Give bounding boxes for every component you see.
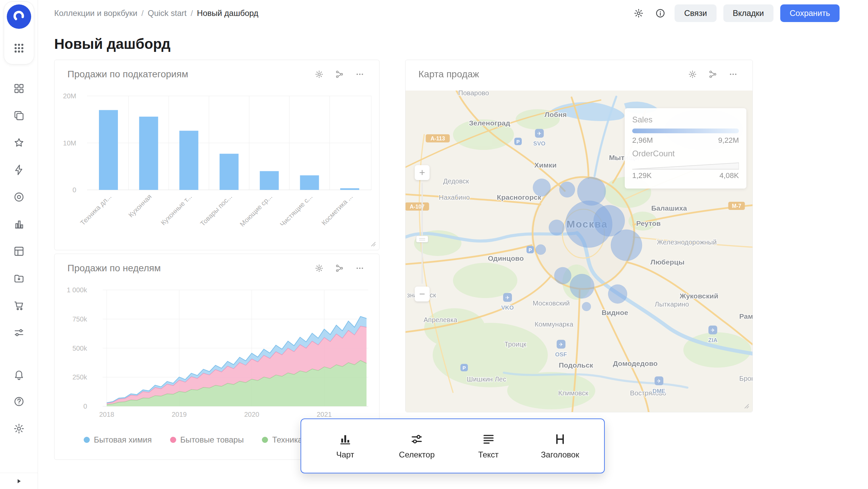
- heading-icon: [553, 432, 567, 446]
- widget-more-button[interactable]: [354, 69, 366, 80]
- sidebar-item-help[interactable]: [0, 388, 38, 415]
- breadcrumb-current: Новый дашборд: [197, 8, 258, 18]
- sidebar-item-settings[interactable]: [0, 415, 38, 442]
- svg-text:Шишкин Лес: Шишкин Лес: [467, 375, 506, 383]
- apps-grid-icon[interactable]: [13, 42, 25, 55]
- svg-text:DME: DME: [653, 388, 665, 394]
- breadcrumb-workbook[interactable]: Quick start: [148, 8, 187, 18]
- svg-text:Видное: Видное: [602, 309, 628, 316]
- sidebar-item-reports[interactable]: [0, 265, 38, 292]
- svg-text:Климовск: Климовск: [558, 389, 588, 397]
- zoom-in-button[interactable]: +: [415, 165, 430, 180]
- chart-legend: Бытовая химия Бытовые товары Техника: [84, 435, 303, 445]
- sidebar-item-marketplace[interactable]: [0, 292, 38, 319]
- legend-item[interactable]: Бытовые товары: [170, 435, 244, 445]
- breadcrumb-separator: /: [191, 8, 193, 18]
- zoom-out-button[interactable]: −: [415, 287, 430, 301]
- datalens-logo[interactable]: [7, 4, 31, 29]
- bar-chart-plot: 010M20MТехника дл...КухоннаяКухонные т..…: [55, 93, 379, 250]
- svg-text:SVO: SVO: [533, 140, 545, 147]
- sidebar-item-services[interactable]: [0, 319, 38, 346]
- sidebar-item-charts[interactable]: [0, 211, 38, 238]
- count-min-value: 1,29K: [632, 171, 652, 180]
- legend-dot: [84, 437, 90, 443]
- svg-text:Кухонная: Кухонная: [127, 193, 153, 219]
- svg-text:2021: 2021: [317, 411, 332, 418]
- sidebar-item-notifications[interactable]: [0, 361, 38, 388]
- widget-links-button[interactable]: [334, 69, 345, 80]
- svg-text:Апрелевка: Апрелевка: [423, 316, 457, 324]
- sidebar-item-connections[interactable]: [0, 156, 38, 183]
- sidebar-item-favorites[interactable]: [0, 129, 38, 156]
- svg-text:✈: ✈: [711, 327, 715, 333]
- widget-more-button[interactable]: [354, 262, 366, 274]
- map-canvas[interactable]: ПоваровоЗеленоградЛобняМытищиХимкиДедовс…: [406, 91, 753, 412]
- map-legend-count-title: OrderCount: [632, 149, 739, 158]
- map-legend-sales-title: Sales: [632, 115, 739, 124]
- widget-settings-button[interactable]: [313, 262, 325, 274]
- breadcrumb-separator: /: [141, 8, 144, 18]
- widget-resize-handle[interactable]: [370, 240, 376, 247]
- svg-text:VKO: VKO: [501, 305, 514, 311]
- widget-more-button[interactable]: [727, 69, 739, 80]
- svg-text:2018: 2018: [99, 411, 115, 418]
- breadcrumb: Коллекции и воркбуки / Quick start / Нов…: [54, 8, 259, 18]
- svg-text:750k: 750k: [73, 315, 87, 323]
- widget-resize-handle[interactable]: [743, 403, 750, 409]
- widget-header: Карта продаж: [406, 60, 752, 89]
- add-chart-button[interactable]: Чарт: [322, 432, 369, 459]
- ellipsis-icon: [729, 70, 738, 79]
- sidebar-item-workbooks[interactable]: [0, 102, 38, 129]
- dashboard-info-button[interactable]: [653, 6, 668, 21]
- widget-links-button[interactable]: [334, 262, 345, 274]
- svg-text:Р: Р: [529, 247, 532, 253]
- widget-settings-button[interactable]: [313, 69, 325, 80]
- svg-text:ZIA: ZIA: [708, 337, 717, 344]
- legend-item[interactable]: Бытовая химия: [84, 435, 152, 445]
- legend-item[interactable]: Техника: [262, 435, 302, 445]
- legend-label: Техника: [272, 435, 302, 445]
- svg-text:Московский: Московский: [533, 299, 570, 307]
- widget-links-button[interactable]: [707, 69, 719, 80]
- svg-text:Химки: Химки: [534, 161, 557, 169]
- add-text-button[interactable]: Текст: [465, 432, 512, 459]
- sidebar-item-datasets[interactable]: [0, 183, 38, 211]
- svg-text:✈: ✈: [559, 341, 563, 347]
- dashboard-settings-button[interactable]: [631, 6, 646, 21]
- relations-button[interactable]: Связи: [675, 4, 716, 22]
- svg-text:Балашиха: Балашиха: [651, 204, 687, 212]
- widget-sales-map: Карта продаж: [405, 60, 753, 412]
- svg-text:Кухонные т...: Кухонные т...: [159, 193, 193, 227]
- selector-icon: [410, 432, 423, 446]
- svg-text:Подольск: Подольск: [559, 361, 593, 369]
- help-icon: [13, 396, 25, 407]
- add-widget-toolbar: Чарт Селектор Текст: [301, 418, 605, 473]
- svg-text:Р: Р: [462, 365, 466, 371]
- zoom-slider-handle[interactable]: [416, 236, 428, 242]
- gear-icon: [13, 423, 25, 434]
- zoom-slider-track[interactable]: [421, 183, 423, 284]
- svg-text:Моющие ср...: Моющие ср...: [239, 193, 274, 228]
- widget-settings-button[interactable]: [687, 69, 698, 80]
- add-heading-button[interactable]: Заголовок: [536, 432, 584, 459]
- widget-header: Продажи по подкатегориям: [55, 60, 379, 89]
- widget-header: Продажи по неделям: [55, 254, 379, 282]
- sidebar-item-dashboards[interactable]: [0, 238, 38, 265]
- add-selector-button[interactable]: Селектор: [393, 432, 440, 459]
- sidebar-expand-button[interactable]: [0, 473, 38, 489]
- target-icon: [13, 191, 25, 203]
- svg-text:1 000k: 1 000k: [67, 287, 87, 294]
- svg-text:500k: 500k: [73, 345, 87, 352]
- folder-download-icon: [13, 273, 25, 284]
- save-button[interactable]: Сохранить: [780, 4, 840, 22]
- svg-text:Лыткарино: Лыткарино: [655, 300, 689, 308]
- bell-icon: [13, 369, 25, 380]
- svg-text:Поварово: Поварово: [458, 91, 489, 97]
- sidebar-item-collections[interactable]: [0, 75, 38, 102]
- svg-text:Раменское: Раменское: [739, 312, 753, 320]
- tabs-button[interactable]: Вкладки: [723, 4, 773, 22]
- breadcrumb-collections[interactable]: Коллекции и воркбуки: [54, 8, 137, 18]
- gear-icon: [315, 264, 324, 273]
- sidebar: [0, 0, 38, 489]
- main-area: Коллекции и воркбуки / Quick start / Нов…: [38, 0, 868, 489]
